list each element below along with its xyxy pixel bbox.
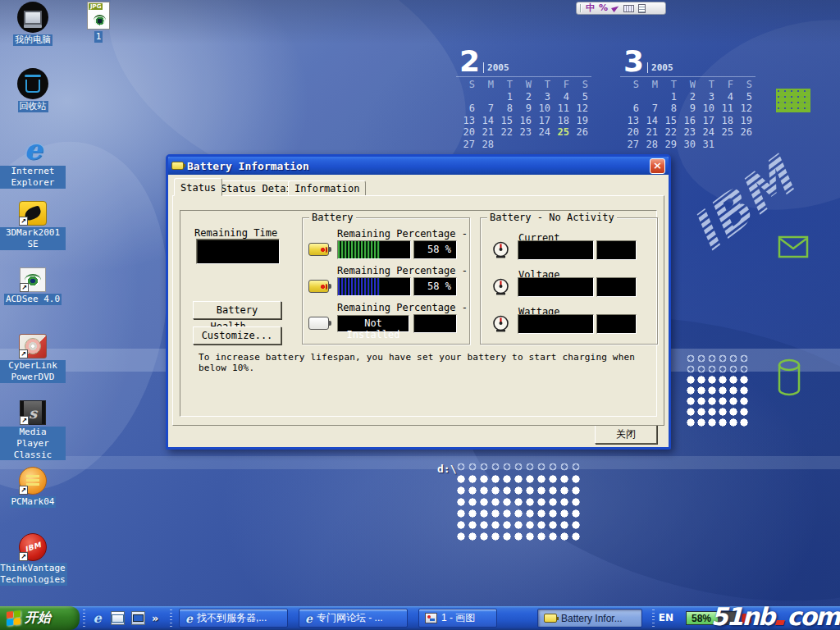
calendar-day-header: T bbox=[696, 79, 714, 91]
language-bar-grip[interactable] bbox=[580, 4, 582, 12]
remaining-time-label: Remaining Time bbox=[194, 227, 277, 239]
current-display bbox=[518, 240, 594, 260]
task-button-forum[interactable]: 专门网论坛 - ... bbox=[299, 609, 408, 628]
battery-charging-icon bbox=[308, 280, 329, 293]
calendar-day-empty bbox=[456, 91, 475, 103]
desktop-icon-label: CyberLink PowerDVD bbox=[0, 360, 66, 383]
calendar-day: 11 bbox=[714, 103, 733, 115]
calendar-day-header: S bbox=[456, 79, 475, 91]
calendar-day: 21 bbox=[475, 126, 494, 139]
desktop-icon-3dmark2001-se[interactable]: ↗3DMark2001 SE bbox=[0, 201, 66, 267]
desktop-icon-my-computer[interactable]: 我的电脑 bbox=[0, 2, 66, 68]
taskbar-separator[interactable] bbox=[652, 609, 655, 627]
calendar-day: 10 bbox=[696, 103, 714, 115]
start-button-label: 开始 bbox=[25, 609, 51, 627]
language-bar-menu-icon[interactable] bbox=[638, 4, 646, 13]
desktop-icon-cyberlink-powerdvd[interactable]: ↗CyberLink PowerDVD bbox=[0, 334, 66, 400]
calendar-day-header: M bbox=[475, 79, 494, 91]
calendar-day: 14 bbox=[639, 115, 658, 127]
calendar-day: 3 bbox=[532, 91, 550, 103]
calendar-day: 4 bbox=[550, 91, 569, 103]
window-title-bar[interactable]: Battery Information × bbox=[168, 157, 669, 175]
battery-icon bbox=[544, 614, 557, 623]
battery-no-activity-group: Battery - No Activity Current Voltage bbox=[480, 217, 658, 345]
customize-button[interactable]: Customize... bbox=[193, 326, 281, 345]
desktop-icon-label: ThinkVantage Technologies bbox=[0, 563, 67, 586]
drive-label: d:\ bbox=[437, 463, 456, 475]
voltage-unit-display bbox=[596, 277, 637, 297]
input-mode-icon[interactable]: % bbox=[599, 3, 608, 13]
desktop-icon-jpg-file-1[interactable]: 1 bbox=[77, 2, 120, 43]
calendar-day: 16 bbox=[677, 115, 696, 127]
calendar-day-header: S bbox=[569, 79, 588, 91]
desktop-icon-media-player-classic[interactable]: ↗Media Player Classic bbox=[0, 400, 66, 467]
dialog-body: Status Status Detail Information Remaini… bbox=[168, 175, 669, 447]
desktop-icon-thinkvantage-technologies[interactable]: ↗ThinkVantage Technologies bbox=[0, 533, 66, 600]
envelope-icon bbox=[778, 235, 809, 258]
tab-information[interactable]: Information bbox=[288, 180, 366, 196]
background-band bbox=[0, 456, 840, 469]
calendar-year: 2005 bbox=[483, 62, 509, 73]
taskbar-separator[interactable] bbox=[83, 609, 85, 627]
desktop-icon-label: Media Player Classic bbox=[0, 427, 66, 460]
calendar-day: 9 bbox=[677, 103, 696, 115]
remaining-percentage-label: Remaining Percentage - bbox=[337, 302, 468, 313]
language-bar[interactable]: 中 % bbox=[576, 2, 666, 15]
battery-row: 58 % bbox=[303, 277, 469, 296]
calendar-day: 2 bbox=[677, 91, 696, 103]
task-button-battery-information[interactable]: Battery Infor... bbox=[537, 609, 642, 628]
tab-status[interactable]: Status bbox=[174, 178, 222, 196]
desktop-icon-column: 我的电脑回收站Internet Explorer↗3DMark2001 SE↗A… bbox=[0, 2, 66, 600]
task-button-paint[interactable]: 1 - 画图 bbox=[418, 609, 497, 628]
calendar-day: 6 bbox=[456, 103, 475, 115]
calendar-day: 18 bbox=[714, 115, 733, 127]
language-indicator[interactable]: EN bbox=[659, 612, 673, 623]
calendar-day: 7 bbox=[639, 103, 658, 115]
quick-launch-more-chevron[interactable]: » bbox=[152, 612, 158, 624]
battery-charging-icon bbox=[308, 243, 329, 256]
calendar-day: 22 bbox=[658, 126, 677, 139]
internet-explorer-page-icon bbox=[305, 612, 313, 625]
window-battery-icon bbox=[171, 162, 184, 170]
calendar-day-empty bbox=[494, 139, 513, 151]
show-desktop-icon[interactable] bbox=[131, 611, 145, 625]
calendar-day: 1 bbox=[494, 91, 513, 103]
desktop-icon-recycle-bin[interactable]: 回收站 bbox=[0, 68, 66, 135]
battery-empty-icon bbox=[308, 317, 329, 330]
window-title: Battery Information bbox=[187, 160, 309, 172]
taskbar-separator[interactable] bbox=[170, 609, 172, 627]
internet-explorer-page-icon bbox=[185, 612, 193, 625]
task-button-server-not-found[interactable]: 找不到服务器,... bbox=[179, 609, 288, 628]
battery-health-button[interactable]: Battery Health... bbox=[193, 301, 281, 319]
close-icon[interactable]: × bbox=[650, 158, 665, 174]
calendar-grid: 1234567891011121314151617181920212223242… bbox=[456, 91, 591, 151]
calendar-day: 16 bbox=[513, 115, 532, 127]
background-band bbox=[0, 0, 840, 44]
calendar-day: 15 bbox=[494, 115, 513, 127]
calendar-day: 18 bbox=[550, 115, 569, 127]
pen-icon[interactable] bbox=[611, 4, 620, 12]
battery-row: 58 % bbox=[303, 240, 469, 259]
watermark-right: com bbox=[787, 602, 839, 630]
thinkvantage-icon: ↗ bbox=[19, 533, 47, 561]
input-method-indicator[interactable]: 中 bbox=[586, 3, 595, 13]
keyboard-icon[interactable] bbox=[623, 5, 634, 12]
desktop-icon-internet-explorer[interactable]: Internet Explorer bbox=[0, 135, 66, 201]
calendar-day: 17 bbox=[696, 115, 714, 127]
mail-icon[interactable] bbox=[111, 611, 125, 625]
ie-icon bbox=[17, 135, 48, 164]
dot-grid-solid bbox=[456, 474, 582, 544]
calendar-day: 2 bbox=[513, 91, 532, 103]
watermark-dash bbox=[775, 620, 785, 625]
current-unit-display bbox=[596, 240, 637, 260]
close-button[interactable]: 关闭 bbox=[595, 425, 657, 444]
pcmark-icon: ↗ bbox=[19, 467, 47, 495]
desktop-icon-pcmark04[interactable]: ↗PCMark04 bbox=[0, 467, 66, 533]
desktop-icon-acdsee-4-0[interactable]: ↗ACDSee 4.0 bbox=[0, 267, 66, 334]
battery-group-title: Battery bbox=[309, 212, 356, 223]
start-button[interactable]: 开始 bbox=[0, 606, 80, 630]
internet-explorer-icon[interactable] bbox=[90, 611, 104, 625]
battery-percentage-bar bbox=[337, 240, 411, 259]
calendar-day: 5 bbox=[569, 91, 588, 103]
calendar-day-header: S bbox=[733, 79, 752, 91]
